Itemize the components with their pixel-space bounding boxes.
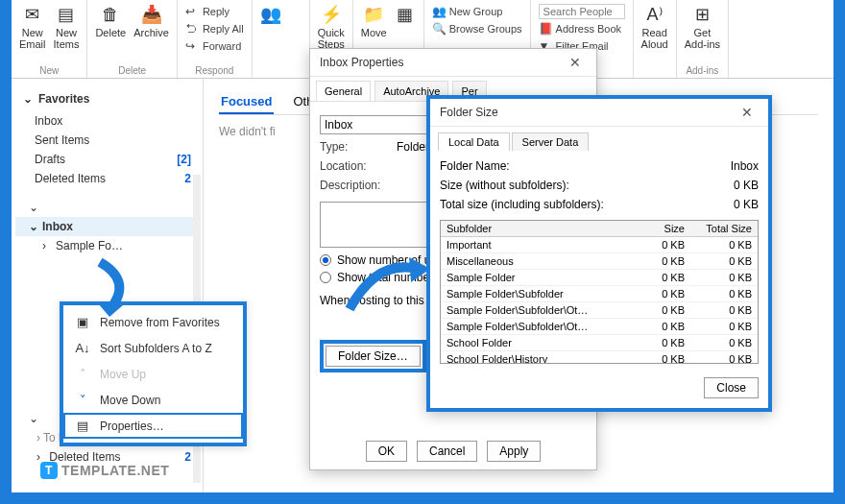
- table-row[interactable]: Sample Folder\Subfolder\Ot…0 KB0 KB: [441, 302, 758, 319]
- browse-groups-button[interactable]: 🔍Browse Groups: [432, 21, 522, 36]
- close-button[interactable]: ✕: [564, 55, 587, 70]
- menu-move-up: ˄Move Up: [63, 361, 243, 387]
- group-label-new: New: [19, 65, 79, 76]
- menu-properties[interactable]: ▤Properties…: [63, 413, 243, 439]
- lightning-icon: ⚡: [321, 4, 342, 25]
- reply-all-icon: ⮌: [185, 22, 199, 36]
- close-button[interactable]: ✕: [736, 105, 759, 120]
- archive-button[interactable]: 📥Archive: [133, 4, 169, 38]
- reply-all-button[interactable]: ⮌Reply All: [185, 21, 244, 36]
- tab-local-data[interactable]: Local Data: [438, 132, 510, 151]
- fav-inbox[interactable]: Inbox: [15, 111, 199, 131]
- chevron-down-icon: ⌄: [29, 201, 38, 214]
- table-row[interactable]: Miscellaneous0 KB0 KB: [441, 253, 758, 270]
- browse-icon: 🔍: [432, 22, 446, 36]
- chevron-up-icon: ˄: [75, 367, 90, 381]
- items-icon: ▤: [56, 4, 77, 25]
- tab-general[interactable]: General: [316, 81, 371, 101]
- book-icon: 📕: [539, 22, 552, 36]
- dialog-title: Folder Size: [440, 106, 498, 119]
- ribbon-group-addins: ⊞Get Add-insAdd-ins: [677, 0, 729, 78]
- sort-az-icon: A↓: [75, 341, 90, 355]
- address-book-button[interactable]: 📕Address Book: [539, 21, 625, 36]
- mail-icon: ✉: [22, 4, 43, 25]
- search-people-input[interactable]: [539, 4, 625, 19]
- dialog-title: Inbox Properties: [320, 56, 403, 69]
- table-row[interactable]: School Folder0 KB0 KB: [441, 335, 758, 351]
- new-email-button[interactable]: ✉New Email: [19, 4, 46, 50]
- table-row[interactable]: Sample Folder\Subfolder0 KB0 KB: [441, 286, 758, 302]
- watermark: TTEMPLATE.NET: [40, 462, 169, 479]
- annotation-arrow-icon: [90, 257, 138, 324]
- tree-inbox[interactable]: ⌄Inbox: [15, 217, 199, 236]
- table-row[interactable]: School Folder\History0 KB0 KB: [441, 351, 758, 364]
- chevron-down-icon: ⌄: [23, 92, 33, 106]
- apply-button[interactable]: Apply: [487, 441, 541, 462]
- menu-sort-subfolders[interactable]: A↓Sort Subfolders A to Z: [63, 335, 243, 361]
- folder-size-dialog: Folder Size✕ Local Data Server Data Fold…: [426, 95, 772, 412]
- new-group-button[interactable]: 👥New Group: [432, 4, 522, 19]
- template-logo-icon: T: [40, 462, 58, 479]
- tab-focused[interactable]: Focused: [219, 90, 274, 114]
- table-row[interactable]: Sample Folder\Subfolder\Ot…0 KB0 KB: [441, 319, 758, 335]
- reply-icon: ↩: [185, 5, 199, 18]
- folder-move-icon: 📁: [363, 4, 384, 25]
- table-row[interactable]: Important0 KB0 KB: [441, 237, 758, 253]
- share-icon: 👥: [260, 4, 281, 25]
- cancel-button[interactable]: Cancel: [417, 441, 477, 462]
- account-node[interactable]: ⌄: [15, 198, 199, 217]
- move-button[interactable]: 📁Move: [361, 4, 387, 38]
- fav-sent[interactable]: Sent Items: [15, 131, 199, 150]
- fav-deleted[interactable]: Deleted Items2: [15, 169, 199, 188]
- new-items-button[interactable]: ▤New Items: [54, 4, 80, 50]
- properties-icon: ▤: [75, 419, 90, 433]
- speaker-icon: A⁾: [644, 4, 665, 25]
- ribbon-group-share: 👥: [253, 0, 310, 78]
- delete-button[interactable]: 🗑Delete: [95, 4, 126, 38]
- close-button[interactable]: Close: [704, 377, 759, 398]
- fav-drafts[interactable]: Drafts[2]: [15, 150, 199, 169]
- chevron-down-icon: ˅: [75, 393, 90, 407]
- forward-button[interactable]: ↪Forward: [185, 38, 244, 54]
- get-addins-button[interactable]: ⊞Get Add-ins: [685, 4, 720, 50]
- subfolder-table: SubfolderSizeTotal Size Important0 KB0 K…: [440, 220, 759, 364]
- folder-size-button[interactable]: Folder Size…: [326, 346, 421, 367]
- quick-steps-button[interactable]: ⚡Quick Steps: [318, 4, 345, 50]
- ribbon-group-speech: A⁾Read Aloud: [634, 0, 677, 78]
- folder-size-tabs: Local Data Server Data: [430, 127, 768, 151]
- tree-sample-folder[interactable]: ›Sample Fo…: [15, 236, 199, 255]
- favorites-header[interactable]: ⌄Favorites: [15, 86, 199, 111]
- rules-icon: ▦: [395, 4, 416, 25]
- read-aloud-button[interactable]: A⁾Read Aloud: [641, 4, 668, 50]
- folder-remove-icon: ▣: [75, 315, 90, 329]
- ok-button[interactable]: OK: [366, 441, 407, 462]
- menu-move-down[interactable]: ˅Move Down: [63, 387, 243, 413]
- trash-icon: 🗑: [100, 4, 121, 25]
- table-row[interactable]: Sample Folder0 KB0 KB: [441, 270, 758, 286]
- ribbon-group-delete: 🗑Delete 📥Archive Delete: [87, 0, 177, 78]
- outlook-window: ✉New Email ▤New Items New 🗑Delete 📥Archi…: [12, 0, 833, 492]
- archive-icon: 📥: [141, 4, 162, 25]
- group-icon: 👥: [432, 5, 446, 18]
- ribbon-group-new: ✉New Email ▤New Items New: [12, 0, 87, 78]
- context-menu: ▣Remove from Favorites A↓Sort Subfolders…: [60, 301, 247, 446]
- tab-server-data[interactable]: Server Data: [512, 132, 590, 151]
- ribbon-group-respond: ↩Reply ⮌Reply All ↪Forward Respond: [178, 0, 253, 78]
- addins-icon: ⊞: [691, 4, 712, 25]
- reply-button[interactable]: ↩Reply: [185, 4, 244, 19]
- forward-icon: ↪: [185, 39, 199, 53]
- annotation-arrow-icon: [338, 252, 434, 319]
- chevron-down-icon: ⌄: [29, 220, 38, 233]
- chevron-right-icon: ›: [42, 239, 52, 252]
